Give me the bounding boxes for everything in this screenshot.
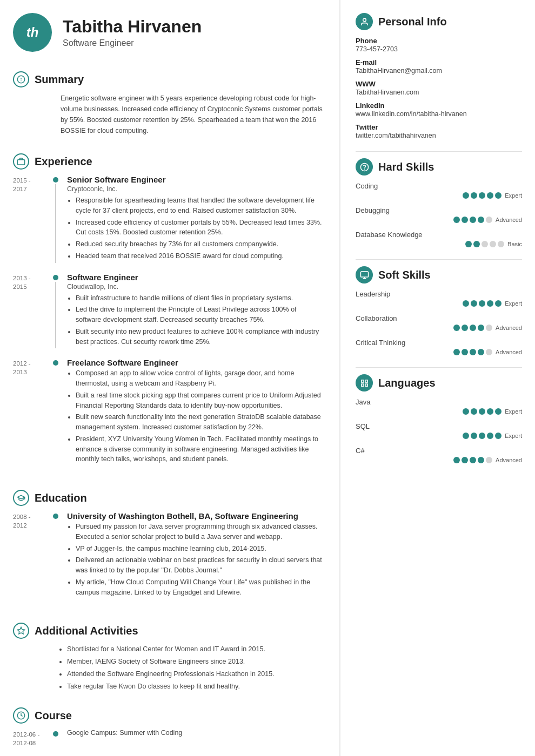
skill-dot: [453, 217, 460, 223]
skill-dot: [486, 217, 492, 223]
course-title: Course: [35, 710, 72, 722]
skill-level: Expert: [505, 408, 522, 415]
skill-dot: [471, 192, 477, 199]
activities-list: Shortlisted for a National Center for Wo…: [13, 644, 323, 691]
skill-name: Java: [356, 398, 522, 406]
skill-level: Advanced: [496, 217, 522, 223]
timeline-item: 2012 - 2013Freelance Software EngineerCo…: [13, 358, 323, 466]
svg-marker-4: [17, 627, 24, 634]
resume-page: th Tabitha Hirvanen Software Engineer Su…: [0, 0, 535, 756]
timeline-dot: [53, 514, 58, 519]
skill-dot: [478, 217, 484, 223]
timeline-dot: [53, 177, 58, 183]
experience-header: Experience: [13, 153, 323, 170]
experience-timeline: 2015 - 2017Senior Software EngineerCrypt…: [13, 175, 323, 466]
job-title: Software Engineer: [63, 38, 202, 48]
skill-dot: [487, 433, 493, 439]
timeline-title: Freelance Software Engineer: [67, 358, 323, 367]
skill-dots-wrapper: Advanced: [356, 217, 522, 223]
course-header: Course: [13, 707, 323, 724]
skill-name: Database Knowledge: [356, 231, 522, 239]
additional-section: Additional Activities Shortlisted for a …: [0, 614, 339, 699]
timeline-content: Google Campus: Summer with Coding: [61, 729, 323, 747]
info-label: LinkedIn: [356, 102, 522, 110]
skill-name: Debugging: [356, 206, 522, 214]
right-column: Personal Info Phone773-457-2703E-mailTab…: [340, 0, 535, 756]
skill-row: C#Advanced: [356, 447, 522, 463]
timeline-company: Cloudwallop, Inc.: [67, 283, 323, 291]
skill-dot: [487, 192, 493, 199]
skill-level: Expert: [505, 192, 522, 199]
timeline-content: Freelance Software EngineerComposed an a…: [61, 358, 323, 466]
skill-dots: [465, 241, 504, 247]
header: th Tabitha Hirvanen Software Engineer: [0, 0, 339, 63]
list-item: Composed an app to allow voice control o…: [76, 368, 323, 389]
skill-level: Basic: [507, 241, 522, 247]
svg-rect-9: [360, 272, 368, 277]
skill-row: Critical ThinkingAdvanced: [356, 339, 522, 355]
skill-row: SQLExpert: [356, 422, 522, 439]
languages-title: Languages: [378, 377, 436, 389]
header-text: Tabitha Hirvanen Software Engineer: [63, 17, 202, 49]
skill-dots-wrapper: Basic: [356, 241, 522, 247]
skill-dot: [479, 433, 485, 439]
skill-row: Database KnowledgeBasic: [356, 231, 522, 247]
skill-dots-wrapper: Expert: [356, 433, 522, 439]
summary-text: Energetic software engineer with 5 years…: [13, 93, 323, 136]
info-label: Phone: [356, 37, 522, 45]
skill-dot: [482, 241, 488, 247]
languages-header: Languages: [356, 374, 522, 392]
timeline-dot-line: [51, 511, 61, 599]
additional-title: Additional Activities: [35, 625, 138, 637]
timeline-content: Senior Software EngineerCryptoconic, Inc…: [61, 175, 323, 263]
skill-name: Leadership: [356, 290, 522, 298]
skill-dot: [463, 433, 469, 439]
skill-dots: [453, 457, 492, 463]
skill-row: DebuggingAdvanced: [356, 206, 522, 223]
skill-row: JavaExpert: [356, 398, 522, 415]
info-value: TabithaHirvanen.com: [356, 89, 522, 96]
skill-dot: [486, 349, 492, 355]
personal-info-section: Personal Info Phone773-457-2703E-mailTab…: [356, 13, 522, 139]
list-item: Member, IAENG Society of Software Engine…: [67, 657, 323, 667]
list-item: Increased code efficiency of customer po…: [76, 218, 323, 238]
timeline-content: University of Washington Bothell, BA, So…: [61, 511, 323, 599]
skill-level: Expert: [505, 300, 522, 307]
skill-dot: [462, 457, 468, 463]
skill-dot: [462, 349, 468, 355]
summary-header: Summary: [13, 71, 323, 87]
timeline-item: 2013 - 2015Software EngineerCloudwallop,…: [13, 273, 323, 349]
info-label: Twitter: [356, 123, 522, 131]
skill-level: Advanced: [496, 349, 522, 355]
education-icon: [13, 490, 29, 506]
list-item: Built security into new product features…: [76, 327, 323, 347]
timeline-item: 2008 - 2012University of Washington Both…: [13, 511, 323, 599]
skill-dot: [463, 300, 469, 307]
languages-section: Languages JavaExpertSQLExpertC#Advanced: [356, 374, 522, 463]
soft-skills-section: Soft Skills LeadershipExpertCollaboratio…: [356, 266, 522, 355]
course-timeline: 2012-06 - 2012-08Google Campus: Summer w…: [13, 729, 323, 747]
languages-icon: [356, 374, 373, 392]
skill-dot: [479, 408, 485, 415]
list-item: Led the drive to implement the Principle…: [76, 305, 323, 325]
experience-icon: [13, 153, 29, 170]
personal-info-title: Personal Info: [378, 16, 447, 28]
skill-dots: [463, 192, 501, 199]
list-item: Headed team that received 2016 BOSSIE aw…: [76, 251, 323, 261]
skill-dot: [478, 325, 484, 331]
skill-dot: [462, 217, 468, 223]
skill-dots: [453, 217, 492, 223]
timeline-dot-line: [51, 358, 61, 466]
education-title: Education: [35, 492, 87, 504]
timeline-item: 2015 - 2017Senior Software EngineerCrypt…: [13, 175, 323, 263]
experience-title: Experience: [35, 156, 92, 168]
skill-dot: [471, 408, 477, 415]
additional-icon: [13, 623, 29, 639]
svg-point-6: [363, 18, 366, 22]
info-value: TabithaHirvanen@gmail.com: [356, 67, 522, 75]
skill-dot: [470, 217, 476, 223]
skill-dots-wrapper: Advanced: [356, 349, 522, 355]
timeline-line: [55, 184, 56, 263]
course-icon: [13, 707, 29, 724]
timeline-title: Senior Software Engineer: [67, 175, 323, 184]
